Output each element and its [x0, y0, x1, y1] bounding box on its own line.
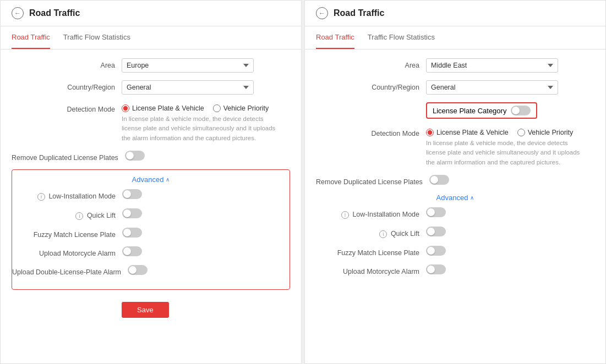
right-low-install-toggle[interactable] [426, 207, 446, 217]
left-quick-lift-info-icon[interactable]: i [75, 212, 83, 220]
right-radio-vehicle-priority[interactable]: Vehicle Priority [517, 129, 574, 136]
right-lp-category-label [316, 102, 426, 106]
right-area-row: Area Europe Americas Middle East Asia Pa… [316, 58, 594, 73]
right-panel: ← Road Traffic Road Traffic Traffic Flow… [304, 0, 606, 364]
left-detection-description: In license plate & vehicle mode, the dev… [122, 114, 276, 143]
right-detection-label: Detection Mode [316, 126, 426, 137]
left-radio-group: License Plate & Vehicle Vehicle Priority [122, 102, 269, 112]
right-panel-header: ← Road Traffic [305, 1, 605, 26]
left-panel-body: Area Europe Americas Middle East Asia Pa… [1, 49, 301, 334]
left-low-install-toggle[interactable] [122, 189, 142, 199]
left-detection-control: License Plate & Vehicle Vehicle Priority… [122, 102, 290, 143]
left-radio-vehicle-priority[interactable]: Vehicle Priority [213, 104, 269, 112]
left-fuzzy-row: Fuzzy Match License Plate [12, 228, 290, 239]
right-country-select[interactable]: General [426, 80, 558, 95]
left-radio-license-plate[interactable]: License Plate & Vehicle [122, 104, 204, 112]
left-motorcycle-control [122, 246, 290, 256]
left-low-install-control [122, 189, 290, 199]
left-remove-dup-control [125, 151, 290, 161]
right-quick-lift-info-icon[interactable]: i [379, 230, 387, 238]
left-save-wrap: Save [122, 297, 290, 318]
right-motorcycle-label: Upload Motorcycle Alarm [316, 264, 426, 275]
left-tab-traffic-flow[interactable]: Traffic Flow Statistics [63, 26, 130, 49]
right-area-control: Europe Americas Middle East Asia Pacific [426, 58, 594, 73]
left-radio-vehicle-label: Vehicle Priority [223, 104, 269, 112]
right-country-control: General [426, 80, 594, 95]
right-quick-lift-toggle[interactable] [426, 227, 446, 236]
left-double-plate-label: Upload Double-License-Plate Alarm [12, 265, 128, 276]
right-motorcycle-row: Upload Motorcycle Alarm [316, 264, 594, 275]
left-area-label: Area [12, 58, 122, 69]
left-quick-lift-label: i Quick Lift [12, 208, 122, 220]
right-area-select[interactable]: Europe Americas Middle East Asia Pacific [426, 58, 558, 73]
right-tab-road-traffic[interactable]: Road Traffic [316, 26, 354, 49]
left-advanced-chevron-icon: ∧ [166, 177, 170, 183]
right-quick-lift-control [426, 227, 594, 236]
right-advanced-chevron-icon: ∧ [470, 195, 474, 201]
left-quick-lift-row: i Quick Lift [12, 208, 290, 220]
left-country-control: General [122, 80, 290, 95]
right-radio-vehicle-label: Vehicle Priority [528, 129, 574, 136]
left-remove-dup-slider [125, 151, 145, 161]
right-area-label: Area [316, 58, 426, 69]
left-double-plate-control [128, 265, 290, 275]
left-motorcycle-toggle[interactable] [122, 246, 142, 256]
right-panel-title: Road Traffic [334, 8, 384, 18]
right-quick-lift-row: i Quick Lift [316, 227, 594, 238]
left-advanced-header[interactable]: Advanced ∧ [12, 175, 290, 184]
right-panel-body: Area Europe Americas Middle East Asia Pa… [305, 49, 605, 292]
left-remove-dup-toggle[interactable] [125, 151, 145, 161]
left-panel-title: Road Traffic [29, 8, 80, 18]
left-motorcycle-row: Upload Motorcycle Alarm [12, 246, 290, 257]
left-detection-label: Detection Mode [12, 102, 122, 113]
left-country-label: Country/Region [12, 80, 122, 91]
right-motorcycle-toggle[interactable] [426, 264, 446, 274]
left-fuzzy-label: Fuzzy Match License Plate [12, 228, 122, 239]
left-radio-license-label: License Plate & Vehicle [132, 104, 204, 112]
right-detection-control: License Plate & Vehicle Vehicle Priority… [426, 126, 594, 167]
left-remove-dup-row: Remove Duplicated License Plates [12, 151, 290, 162]
right-advanced-label: Advanced [436, 194, 468, 202]
left-quick-lift-toggle[interactable] [122, 208, 142, 218]
right-detection-row: Detection Mode License Plate & Vehicle V… [316, 126, 594, 167]
right-radio-group: License Plate & Vehicle Vehicle Priority [426, 126, 573, 136]
right-radio-license-label: License Plate & Vehicle [436, 129, 509, 136]
right-tab-traffic-flow[interactable]: Traffic Flow Statistics [368, 26, 435, 49]
left-motorcycle-label: Upload Motorcycle Alarm [12, 246, 122, 257]
left-country-row: Country/Region General [12, 80, 290, 95]
right-remove-dup-row: Remove Duplicated License Plates [316, 175, 594, 186]
left-advanced-label: Advanced [132, 175, 164, 184]
right-lp-category-text: License Plate Category [433, 107, 506, 115]
right-fuzzy-control [426, 246, 594, 256]
left-area-select[interactable]: Europe Americas Middle East Asia Pacific [122, 58, 254, 73]
right-lp-category-toggle[interactable] [511, 106, 531, 115]
left-tab-road-traffic[interactable]: Road Traffic [12, 26, 50, 49]
left-area-row: Area Europe Americas Middle East Asia Pa… [12, 58, 290, 73]
left-back-button[interactable]: ← [12, 7, 24, 19]
right-low-install-label: i Low-Installation Mode [316, 207, 426, 219]
right-low-install-info-icon[interactable]: i [341, 211, 349, 219]
left-fuzzy-toggle[interactable] [122, 228, 142, 238]
left-low-install-row: i Low-Installation Mode [12, 189, 290, 201]
right-motorcycle-control [426, 264, 594, 274]
left-area-control: Europe Americas Middle East Asia Pacific [122, 58, 290, 73]
left-save-button[interactable]: Save [122, 302, 169, 318]
left-detection-row: Detection Mode License Plate & Vehicle V… [12, 102, 290, 143]
left-fuzzy-control [122, 228, 290, 238]
right-fuzzy-toggle[interactable] [426, 246, 446, 256]
left-panel-header: ← Road Traffic [1, 1, 301, 26]
right-quick-lift-label: i Quick Lift [316, 227, 426, 238]
left-panel: ← Road Traffic Road Traffic Traffic Flow… [0, 0, 302, 364]
right-low-install-row: i Low-Installation Mode [316, 207, 594, 219]
left-save-row: Save [12, 297, 290, 318]
left-country-select[interactable]: General [122, 80, 254, 95]
right-advanced-header[interactable]: Advanced ∧ [316, 194, 594, 202]
right-remove-dup-toggle[interactable] [429, 175, 449, 185]
left-save-spacer [12, 297, 122, 301]
right-remove-dup-label: Remove Duplicated License Plates [316, 175, 429, 186]
right-radio-license-plate[interactable]: License Plate & Vehicle [426, 129, 509, 136]
right-back-button[interactable]: ← [316, 7, 328, 19]
left-low-install-info-icon[interactable]: i [37, 193, 45, 201]
left-tabs: Road Traffic Traffic Flow Statistics [1, 26, 301, 49]
left-double-plate-toggle[interactable] [128, 265, 148, 275]
